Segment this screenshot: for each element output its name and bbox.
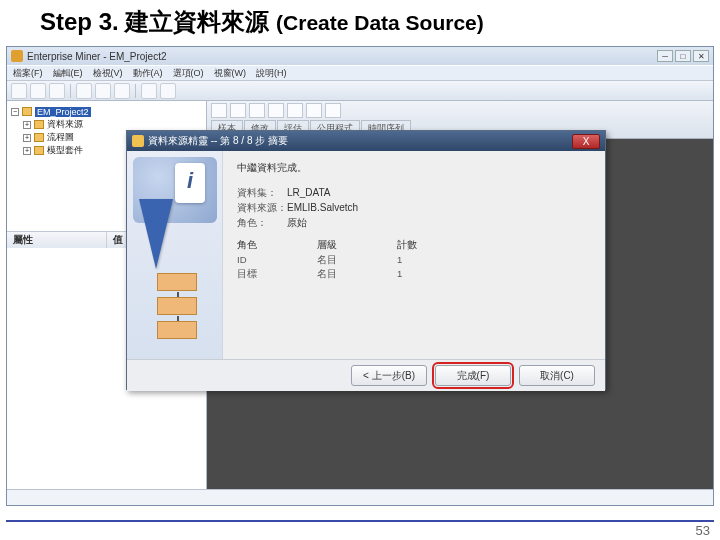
- wizard-title: 資料來源精靈 -- 第 8 / 8 步 摘要: [148, 134, 288, 148]
- col-level-v2: 名目: [317, 267, 337, 280]
- menu-view[interactable]: 檢視(V): [91, 67, 125, 80]
- app-titlebar: Enterprise Miner - EM_Project2 ─ □ ✕: [7, 47, 713, 65]
- meta-name-label: 資料集：: [237, 185, 287, 200]
- tree-root[interactable]: EM_Project2: [35, 107, 91, 117]
- title-zh: 建立資料來源: [125, 9, 269, 35]
- meta-role-label: 角色：: [237, 215, 287, 230]
- toolbar-btn[interactable]: [114, 83, 130, 99]
- slide-underline: [6, 520, 714, 522]
- step-label: Step 3.: [40, 8, 119, 35]
- col-count-v2: 1: [397, 267, 417, 280]
- canvas-btn[interactable]: [287, 103, 303, 118]
- status-bar: [7, 489, 713, 505]
- menu-options[interactable]: 選項(O): [171, 67, 206, 80]
- wizard-header: 中繼資料完成。: [237, 161, 593, 175]
- arrow-icon: [139, 199, 173, 269]
- app-title: Enterprise Miner - EM_Project2: [27, 51, 167, 62]
- meta-name-value: LR_DATA: [287, 187, 331, 198]
- flow-node-icon: [157, 273, 197, 291]
- back-button[interactable]: < 上一步(B): [351, 365, 427, 386]
- flow-node-icon: [157, 297, 197, 315]
- tree-item-datasource[interactable]: 資料來源: [47, 118, 83, 131]
- wizard-button-bar: < 上一步(B) 完成(F) 取消(C): [127, 359, 605, 391]
- datasource-wizard: 資料來源精靈 -- 第 8 / 8 步 摘要 X i 中繼資料完成。 資料集：L…: [126, 130, 606, 390]
- menu-file[interactable]: 檔案(F): [11, 67, 45, 80]
- canvas-btn[interactable]: [211, 103, 227, 118]
- toolbar-btn[interactable]: [49, 83, 65, 99]
- tree-item-model[interactable]: 模型套件: [47, 144, 83, 157]
- slide-heading: Step 3. 建立資料來源 (Create Data Source): [0, 0, 720, 42]
- col-level-v1: 名目: [317, 253, 337, 266]
- menu-action[interactable]: 動作(A): [131, 67, 165, 80]
- finish-button[interactable]: 完成(F): [435, 365, 511, 386]
- wizard-titlebar: 資料來源精靈 -- 第 8 / 8 步 摘要 X: [127, 131, 605, 151]
- cancel-button[interactable]: 取消(C): [519, 365, 595, 386]
- maximize-button[interactable]: □: [675, 50, 691, 62]
- col-count-header: 計數: [397, 238, 417, 251]
- col-level-header: 層級: [317, 238, 337, 251]
- menu-help[interactable]: 說明(H): [254, 67, 289, 80]
- app-icon: [11, 50, 23, 62]
- toolbar-btn[interactable]: [76, 83, 92, 99]
- toolbar-btn[interactable]: [160, 83, 176, 99]
- minimize-button[interactable]: ─: [657, 50, 673, 62]
- menu-bar: 檔案(F) 編輯(E) 檢視(V) 動作(A) 選項(O) 視窗(W) 說明(H…: [7, 65, 713, 81]
- col-role-v1: ID: [237, 253, 257, 266]
- meta-src-value: EMLIB.Salvetch: [287, 202, 358, 213]
- toolbar-btn[interactable]: [11, 83, 27, 99]
- wizard-close-button[interactable]: X: [572, 134, 600, 149]
- canvas-btn[interactable]: [268, 103, 284, 118]
- info-icon: i: [175, 163, 205, 203]
- col-role-header: 角色: [237, 238, 257, 251]
- flow-node-icon: [157, 321, 197, 339]
- meta-src-label: 資料來源：: [237, 200, 287, 215]
- menu-window[interactable]: 視窗(W): [212, 67, 249, 80]
- canvas-btn[interactable]: [249, 103, 265, 118]
- toolbar-btn[interactable]: [95, 83, 111, 99]
- app-toolbar: [7, 81, 713, 101]
- col-role-v2: 目標: [237, 267, 257, 280]
- toolbar-btn[interactable]: [30, 83, 46, 99]
- title-en: (Create Data Source): [276, 11, 484, 34]
- slide-number: 53: [696, 523, 710, 538]
- wizard-side-graphic: i: [127, 151, 223, 359]
- menu-edit[interactable]: 編輯(E): [51, 67, 85, 80]
- wizard-icon: [132, 135, 144, 147]
- prop-col-name: 屬性: [7, 232, 107, 248]
- canvas-btn[interactable]: [230, 103, 246, 118]
- close-button[interactable]: ✕: [693, 50, 709, 62]
- tree-item-diagram[interactable]: 流程圖: [47, 131, 74, 144]
- wizard-content: 中繼資料完成。 資料集：LR_DATA 資料來源：EMLIB.Salvetch …: [223, 151, 605, 359]
- col-count-v1: 1: [397, 253, 417, 266]
- canvas-btn[interactable]: [325, 103, 341, 118]
- canvas-btn[interactable]: [306, 103, 322, 118]
- toolbar-btn[interactable]: [141, 83, 157, 99]
- meta-role-value: 原始: [287, 217, 307, 228]
- summary-table: 角色 ID 目標 層級 名目 名目 計數 1 1: [237, 238, 593, 280]
